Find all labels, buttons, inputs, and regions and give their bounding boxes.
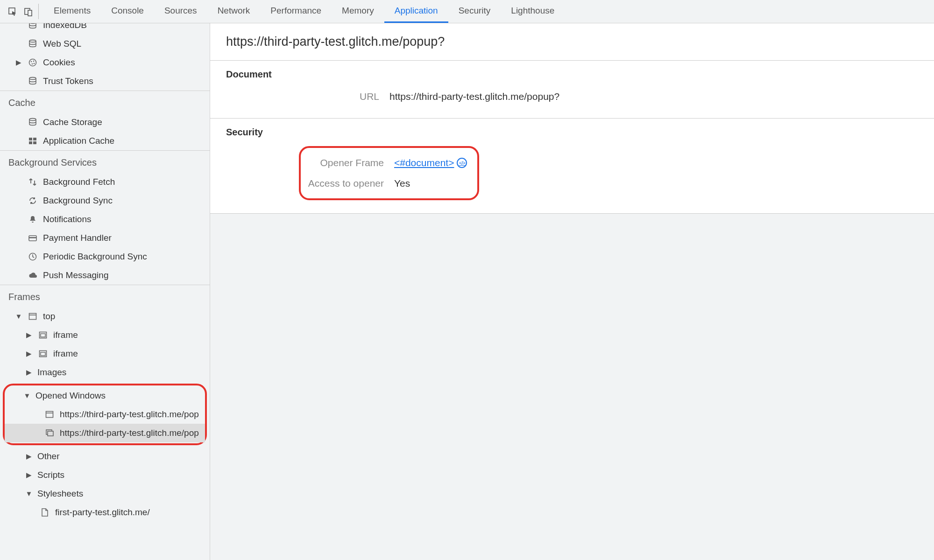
sidebar-item-label: Periodic Background Sync <box>43 249 203 264</box>
svg-point-7 <box>33 61 35 62</box>
sidebar-item-label: IndexedDB <box>43 23 203 33</box>
expand-arrow-icon[interactable]: ▶ <box>25 468 33 483</box>
sidebar-item-indexeddb[interactable]: ▶ IndexedDB <box>0 23 210 35</box>
expand-arrow-icon[interactable]: ▶ <box>25 328 33 343</box>
svg-rect-19 <box>29 314 36 320</box>
windows-stack-icon <box>44 427 55 439</box>
sidebar-item-trust-tokens[interactable]: ▶ Trust Tokens <box>0 72 210 91</box>
sidebar-item-iframe[interactable]: ▶ iframe <box>0 326 210 344</box>
sidebar-section-frames: Frames <box>0 285 210 307</box>
collapse-arrow-icon[interactable]: ▼ <box>25 486 33 501</box>
svg-rect-17 <box>29 237 36 238</box>
sidebar-item-scripts[interactable]: ▶ Scripts <box>0 466 210 484</box>
sidebar-item-label: Web SQL <box>43 36 203 51</box>
collapse-arrow-icon[interactable]: ▼ <box>23 388 31 403</box>
expand-arrow-icon[interactable]: ▶ <box>25 346 33 361</box>
sidebar-item-label: Cache Storage <box>43 115 203 130</box>
sidebar-item-application-cache[interactable]: ▶ Application Cache <box>0 132 210 150</box>
sidebar-item-websql[interactable]: ▶ Web SQL <box>0 35 210 53</box>
main-split: ▶ IndexedDB ▶ Web SQL ▶ Cookies ▶ Trust … <box>0 23 934 560</box>
sidebar-item-background-sync[interactable]: ▶ Background Sync <box>0 191 210 210</box>
sidebar-item-label: Background Sync <box>43 193 203 208</box>
sidebar-item-other[interactable]: ▶ Other <box>0 447 210 466</box>
svg-rect-28 <box>48 431 53 436</box>
collapse-arrow-icon[interactable]: ▼ <box>15 309 22 324</box>
window-icon <box>44 409 55 420</box>
sidebar-item-notifications[interactable]: ▶ Notifications <box>0 210 210 229</box>
sidebar-item-top-frame[interactable]: ▼ top <box>0 307 210 326</box>
highlight-annotation-opened-windows: ▼ Opened Windows https://third-party-tes… <box>3 384 207 445</box>
sidebar-item-background-fetch[interactable]: ▶ Background Fetch <box>0 173 210 191</box>
tab-sources[interactable]: Sources <box>154 0 207 23</box>
database-icon <box>27 117 38 128</box>
grid-icon <box>27 135 38 147</box>
sidebar-item-label: https://third-party-test.glitch.me/popup… <box>60 426 198 441</box>
devtools-tabbar: Elements Console Sources Network Perform… <box>0 0 934 23</box>
sidebar-section-cache: Cache <box>0 91 210 113</box>
svg-rect-13 <box>33 138 36 140</box>
database-icon <box>27 23 38 31</box>
cloud-icon <box>27 270 38 281</box>
tab-security[interactable]: Security <box>448 0 501 23</box>
sidebar-item-cookies[interactable]: ▶ Cookies <box>0 53 210 72</box>
sidebar-item-stylesheets[interactable]: ▼ Stylesheets <box>0 484 210 503</box>
svg-rect-24 <box>41 352 45 356</box>
sidebar-item-label: Stylesheets <box>37 486 203 501</box>
device-toggle-icon[interactable] <box>21 0 36 23</box>
sync-icon <box>27 195 38 206</box>
frame-title: https://third-party-test.glitch.me/popup… <box>210 23 934 61</box>
tab-console[interactable]: Console <box>101 0 154 23</box>
sidebar-item-label: Images <box>37 365 203 380</box>
sidebar-item-iframe[interactable]: ▶ iframe <box>0 344 210 363</box>
sidebar-item-label: Push Messaging <box>43 268 203 283</box>
reveal-in-elements-icon[interactable]: </> <box>457 158 467 168</box>
sidebar-item-label: Notifications <box>43 212 203 227</box>
kv-row-access-to-opener: Access to opener Yes <box>305 173 467 194</box>
tab-application[interactable]: Application <box>384 0 448 23</box>
section-heading-security: Security <box>226 127 918 138</box>
sidebar-item-images[interactable]: ▶ Images <box>0 363 210 382</box>
sidebar-item-periodic-sync[interactable]: ▶ Periodic Background Sync <box>0 247 210 266</box>
svg-rect-25 <box>46 412 53 418</box>
file-icon <box>39 507 50 518</box>
sidebar-item-opened-windows[interactable]: ▼ Opened Windows <box>5 386 205 405</box>
content-pane: https://third-party-test.glitch.me/popup… <box>210 23 934 560</box>
expand-arrow-icon[interactable]: ▶ <box>25 365 33 380</box>
tab-memory[interactable]: Memory <box>332 0 384 23</box>
sidebar-item-label: iframe <box>53 328 203 343</box>
kv-value: https://third-party-test.glitch.me/popup… <box>389 91 559 102</box>
sidebar-item-stylesheet-file[interactable]: first-party-test.glitch.me/ <box>0 503 210 522</box>
svg-point-4 <box>29 40 36 42</box>
sidebar-item-label: top <box>43 309 203 324</box>
clock-icon <box>27 251 38 262</box>
opener-frame-link[interactable]: <#document> </> <box>394 157 467 168</box>
expand-arrow-icon[interactable]: ▶ <box>15 55 22 70</box>
iframe-icon <box>37 329 49 341</box>
tab-lighthouse[interactable]: Lighthouse <box>501 0 565 23</box>
svg-point-11 <box>29 119 36 121</box>
svg-point-5 <box>29 59 36 66</box>
kv-row-opener-frame: Opener Frame <#document> </> <box>305 153 467 173</box>
svg-rect-14 <box>29 141 32 144</box>
sidebar-item-label: Trust Tokens <box>43 74 203 89</box>
sidebar-item-opened-window-selected[interactable]: https://third-party-test.glitch.me/popup… <box>5 424 205 442</box>
sidebar-item-push-messaging[interactable]: ▶ Push Messaging <box>0 266 210 285</box>
kv-key: Opener Frame <box>305 157 394 168</box>
tab-performance[interactable]: Performance <box>260 0 332 23</box>
tab-network[interactable]: Network <box>207 0 261 23</box>
sidebar-item-cache-storage[interactable]: ▶ Cache Storage <box>0 113 210 132</box>
svg-point-10 <box>29 77 36 80</box>
tabbar-separator <box>38 4 39 19</box>
expand-arrow-icon[interactable]: ▶ <box>25 449 33 464</box>
sidebar-item-opened-window[interactable]: https://third-party-test.glitch.me/popup… <box>5 405 205 424</box>
document-section: Document URL https://third-party-test.gl… <box>210 61 934 119</box>
cookie-icon <box>27 57 38 68</box>
inspect-icon[interactable] <box>5 0 21 23</box>
section-heading-document: Document <box>226 69 918 80</box>
highlight-annotation-opener-info: Opener Frame <#document> </> Access to o… <box>299 146 479 200</box>
sidebar-section-bgsvc: Background Services <box>0 151 210 173</box>
sidebar-item-payment-handler[interactable]: ▶ Payment Handler <box>0 229 210 247</box>
tab-elements[interactable]: Elements <box>43 0 101 23</box>
svg-rect-15 <box>33 141 36 144</box>
sidebar: ▶ IndexedDB ▶ Web SQL ▶ Cookies ▶ Trust … <box>0 23 210 560</box>
